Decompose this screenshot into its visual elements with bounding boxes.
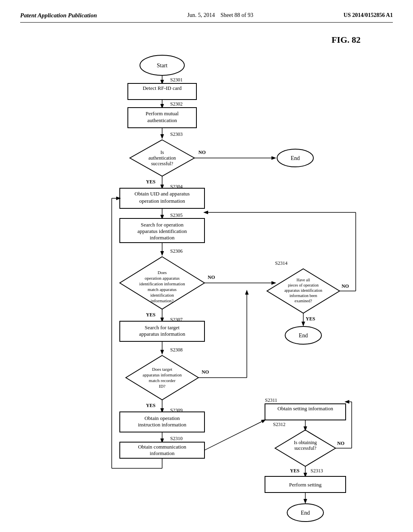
svg-text:YES: YES — [146, 403, 156, 408]
svg-line-93 — [204, 420, 265, 450]
svg-text:authentication: authentication — [147, 117, 177, 123]
svg-text:NO: NO — [208, 274, 215, 280]
svg-text:End: End — [301, 510, 310, 516]
svg-text:End: End — [299, 332, 308, 339]
page-header: Patent Application Publication Jun. 5, 2… — [20, 12, 393, 23]
svg-text:apparatus identification: apparatus identification — [138, 228, 187, 234]
date: Jun. 5, 2014 — [187, 12, 215, 18]
svg-text:NO: NO — [337, 441, 344, 446]
svg-text:Perform setting: Perform setting — [289, 482, 322, 488]
svg-text:Is obtaining: Is obtaining — [294, 440, 317, 445]
svg-text:examined?: examined? — [294, 299, 312, 303]
svg-text:information?: information? — [151, 298, 174, 303]
svg-text:S2305: S2305 — [170, 212, 183, 218]
svg-text:NO: NO — [198, 150, 206, 155]
svg-text:Search for operation: Search for operation — [141, 222, 184, 228]
svg-text:successful?: successful? — [294, 445, 317, 451]
flowchart-svg: Start S2301 Detect RF-ID card S2302 Perf… — [49, 49, 364, 525]
svg-text:S2311: S2311 — [265, 397, 277, 403]
svg-text:Obtain setting information: Obtain setting information — [277, 405, 333, 411]
diagram-area: FIG. 82 Start S2301 Detect RF-ID card S2… — [20, 35, 393, 525]
svg-text:YES: YES — [146, 179, 156, 185]
svg-text:Detect RF-ID card: Detect RF-ID card — [143, 85, 182, 91]
svg-text:pieces of operation: pieces of operation — [288, 283, 319, 287]
svg-text:instruction information: instruction information — [138, 422, 187, 428]
svg-text:Search for target: Search for target — [145, 324, 180, 330]
svg-text:S2312: S2312 — [273, 422, 286, 427]
svg-text:Have all: Have all — [296, 278, 310, 282]
svg-text:Is: Is — [161, 150, 164, 155]
svg-text:YES: YES — [146, 312, 156, 318]
svg-text:ID?: ID? — [159, 384, 166, 389]
publication-label: Patent Application Publication — [20, 12, 97, 19]
svg-text:Perform mutual: Perform mutual — [146, 110, 179, 116]
svg-text:S2310: S2310 — [170, 436, 183, 441]
svg-text:match recorder: match recorder — [149, 378, 176, 383]
svg-text:NO: NO — [202, 369, 209, 375]
svg-text:YES: YES — [290, 468, 300, 474]
svg-text:S2301: S2301 — [170, 77, 183, 83]
figure-label: FIG. 82 — [332, 35, 361, 45]
svg-text:identification information: identification information — [139, 281, 185, 286]
svg-text:information: information — [150, 235, 175, 241]
svg-text:S2303: S2303 — [170, 131, 183, 137]
patent-number: US 2014/0152856 A1 — [344, 12, 393, 19]
svg-text:apparatus identification: apparatus identification — [284, 288, 322, 293]
svg-text:match apparatus: match apparatus — [148, 287, 177, 292]
svg-text:Does: Does — [158, 270, 167, 275]
svg-text:S2302: S2302 — [170, 101, 183, 107]
svg-text:Obtain operation: Obtain operation — [144, 415, 180, 421]
svg-marker-67 — [126, 355, 198, 400]
svg-text:successful?: successful? — [151, 161, 173, 166]
svg-text:operation apparatus: operation apparatus — [145, 276, 179, 281]
svg-text:apparatus information: apparatus information — [143, 372, 182, 377]
svg-text:S2306: S2306 — [170, 248, 183, 254]
page: Patent Application Publication Jun. 5, 2… — [0, 0, 413, 532]
svg-text:apparatus information: apparatus information — [139, 331, 186, 337]
svg-text:Obtain UID and apparatus: Obtain UID and apparatus — [135, 191, 190, 197]
svg-text:information: information — [150, 450, 175, 456]
svg-text:Start: Start — [157, 62, 168, 69]
svg-text:End: End — [291, 155, 300, 161]
svg-text:information been: information been — [290, 293, 317, 298]
sheet: Sheet 88 of 93 — [221, 12, 253, 18]
svg-text:identification: identification — [150, 293, 174, 297]
svg-text:YES: YES — [306, 316, 315, 322]
svg-text:S2314: S2314 — [275, 260, 288, 266]
svg-text:Obtain communication: Obtain communication — [138, 444, 186, 450]
svg-text:S2313: S2313 — [311, 468, 323, 474]
svg-text:operation information: operation information — [139, 198, 185, 204]
svg-text:S2308: S2308 — [170, 347, 183, 353]
svg-text:authentication: authentication — [148, 155, 176, 161]
svg-text:Does target: Does target — [152, 367, 172, 372]
svg-text:NO: NO — [342, 283, 349, 289]
date-sheet: Jun. 5, 2014 Sheet 88 of 93 — [187, 12, 253, 19]
